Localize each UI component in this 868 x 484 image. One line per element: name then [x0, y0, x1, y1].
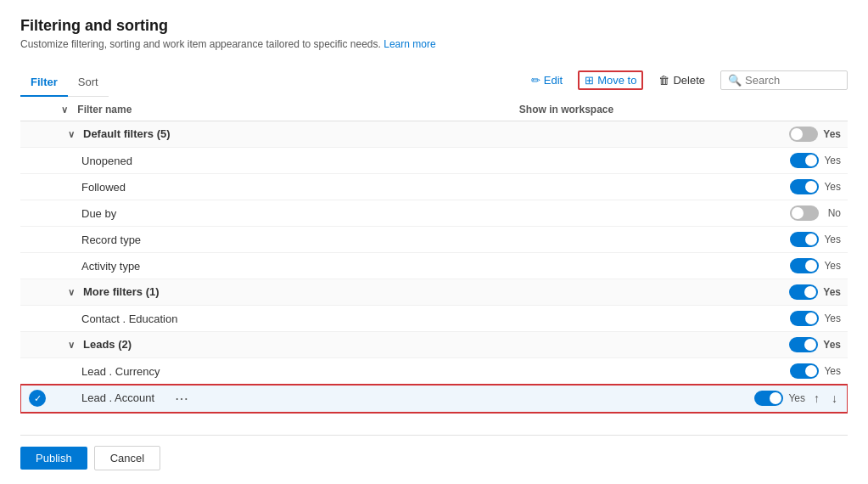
row-checkbox-cell — [20, 279, 54, 306]
row-label-cell: Contact . Education — [54, 306, 512, 332]
table-row[interactable]: FollowedYes — [20, 174, 848, 200]
row-label-cell: Unopened — [54, 148, 512, 174]
row-label-cell: ∨Default filters (5) — [54, 121, 512, 148]
row-checkbox-cell — [20, 358, 54, 385]
row-label-cell: Due by — [54, 200, 512, 227]
row-show-cell: Yes — [512, 358, 848, 385]
toggle-label: Yes — [824, 365, 841, 377]
row-toggle[interactable] — [789, 284, 818, 300]
publish-button[interactable]: Publish — [20, 447, 87, 470]
table-row[interactable]: Activity typeYes — [20, 253, 848, 279]
tab-sort[interactable]: Sort — [68, 69, 109, 97]
toggle-label: No — [824, 207, 841, 219]
row-show-cell: No — [512, 200, 848, 227]
row-checkbox-cell — [20, 148, 54, 174]
toggle-label: Yes — [823, 339, 841, 351]
toggle-label: Yes — [824, 234, 841, 245]
row-show-cell: Yes — [512, 121, 848, 148]
sort-chevron-icon[interactable]: ∨ — [61, 104, 71, 115]
row-toggle[interactable] — [790, 232, 819, 247]
row-label: Due by — [81, 207, 116, 220]
row-checkbox-cell — [20, 200, 54, 227]
row-toggle[interactable] — [790, 205, 819, 221]
table-row[interactable]: ✓Lead . Account⋯Yes↑↓ — [20, 385, 848, 413]
toggle-label: Yes — [823, 128, 841, 140]
row-toggle[interactable] — [789, 127, 818, 142]
row-label: Leads (2) — [83, 338, 132, 351]
row-toggle[interactable] — [790, 311, 819, 326]
row-show-cell: Yes — [512, 332, 848, 358]
chevron-icon[interactable]: ∨ — [68, 340, 80, 352]
chevron-icon[interactable]: ∨ — [68, 129, 80, 141]
table-row[interactable]: Record typeYes — [20, 227, 848, 253]
row-dots-button[interactable]: ⋯ — [168, 391, 195, 407]
search-box: 🔍 — [720, 70, 848, 90]
row-toggle[interactable] — [790, 363, 819, 379]
row-checkbox-cell: ✓ — [20, 385, 54, 413]
toggle-label: Yes — [824, 312, 841, 324]
row-checkbox-cell — [20, 332, 54, 358]
chevron-icon[interactable]: ∨ — [68, 287, 80, 299]
row-label-cell: Lead . Currency — [54, 358, 512, 385]
row-checkbox-cell — [20, 121, 54, 148]
toggle-label: Yes — [823, 286, 841, 298]
row-show-cell: Yes — [512, 174, 848, 200]
col-filter-name: ∨ Filter name — [54, 98, 512, 121]
row-label-cell: Lead . Account⋯ — [54, 385, 512, 413]
row-label-cell: Record type — [54, 227, 512, 253]
toolbar: ✏ Edit ⊞ Move to 🗑 Delete 🔍 — [526, 64, 848, 97]
delete-button[interactable]: 🗑 Delete — [653, 70, 710, 90]
table-row[interactable]: Contact . EducationYes — [20, 306, 848, 332]
row-show-cell: Yes — [512, 148, 848, 174]
row-show-cell: Yes — [512, 306, 848, 332]
row-checkbox-cell — [20, 227, 54, 253]
move-down-button[interactable]: ↓ — [828, 390, 841, 407]
tabs: Filter Sort — [20, 69, 109, 97]
row-label: Lead . Account — [81, 391, 154, 403]
row-label: Record type — [81, 234, 141, 246]
table-row[interactable]: Lead . CurrencyYes — [20, 358, 848, 385]
row-toggle[interactable] — [790, 179, 819, 194]
row-label: Followed — [81, 181, 126, 194]
row-show-cell: Yes — [512, 253, 848, 279]
col-show-workspace: Show in workspace — [512, 98, 848, 121]
table-row[interactable]: ∨Leads (2)Yes — [20, 332, 848, 358]
row-toggle[interactable] — [790, 258, 819, 273]
row-toggle[interactable] — [790, 153, 819, 168]
row-label-cell: ∨Leads (2) — [54, 332, 512, 358]
toggle-label: Yes — [788, 392, 805, 404]
move-to-button[interactable]: ⊞ Move to — [578, 70, 643, 90]
selected-indicator: ✓ — [29, 390, 46, 407]
row-label-cell: ∨More filters (1) — [54, 279, 512, 306]
row-toggle[interactable] — [789, 337, 818, 352]
row-show-cell: Yes — [512, 279, 848, 306]
toggle-label: Yes — [824, 155, 841, 166]
edit-button[interactable]: ✏ Edit — [526, 70, 568, 90]
move-up-button[interactable]: ↑ — [810, 390, 823, 407]
row-label-cell: Activity type — [54, 253, 512, 279]
toggle-label: Yes — [824, 260, 841, 272]
filters-table: ∨ Filter name Show in workspace ∨Default… — [20, 98, 848, 413]
pencil-icon: ✏ — [531, 74, 540, 87]
col-checkbox — [20, 98, 54, 121]
table-row[interactable]: Due byNo — [20, 200, 848, 227]
page-title: Filtering and sorting — [20, 17, 848, 35]
row-label: Contact . Education — [81, 312, 177, 325]
table-row[interactable]: ∨Default filters (5)Yes — [20, 121, 848, 148]
table-row[interactable]: UnopenedYes — [20, 148, 848, 174]
row-toggle[interactable] — [754, 391, 783, 406]
row-label: Default filters (5) — [83, 127, 171, 140]
row-checkbox-cell — [20, 253, 54, 279]
move-icon: ⊞ — [585, 74, 594, 87]
row-label: Lead . Currency — [81, 365, 160, 378]
tab-filter[interactable]: Filter — [20, 69, 68, 97]
cancel-button[interactable]: Cancel — [94, 446, 160, 470]
row-checkbox-cell — [20, 306, 54, 332]
learn-more-link[interactable]: Learn more — [384, 38, 435, 50]
row-label: More filters (1) — [83, 285, 160, 298]
row-show-cell: Yes↑↓ — [512, 385, 848, 413]
trash-icon: 🗑 — [658, 74, 669, 87]
table-row[interactable]: ∨More filters (1)Yes — [20, 279, 848, 306]
toggle-label: Yes — [824, 181, 841, 193]
search-input[interactable] — [745, 74, 840, 87]
